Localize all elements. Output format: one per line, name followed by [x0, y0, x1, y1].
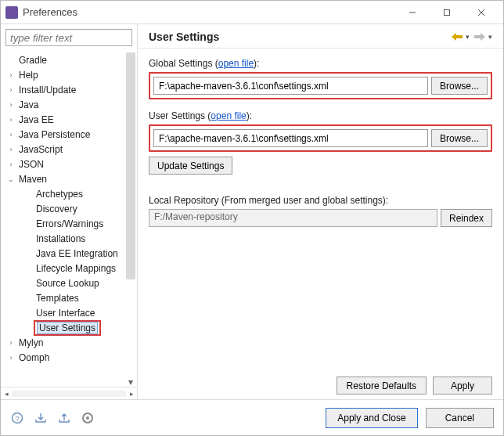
tree-item[interactable]: Installations	[5, 231, 124, 246]
user-browse-button[interactable]: Browse...	[431, 129, 488, 147]
tree-item[interactable]: Errors/Warnings	[5, 216, 124, 231]
close-button[interactable]	[464, 1, 499, 24]
tree-item[interactable]: Lifecycle Mappings	[5, 261, 124, 276]
svg-rect-1	[445, 9, 450, 15]
tree-item[interactable]: User Settings	[5, 320, 124, 335]
tree-item[interactable]: ›JavaScript	[5, 142, 124, 157]
user-settings-input[interactable]	[153, 129, 428, 147]
user-label-suffix: ):	[247, 110, 252, 121]
body: Gradle›Help›Install/Update›Java›Java EE›…	[1, 24, 503, 399]
chevron-down-icon[interactable]: ⌄	[5, 175, 16, 183]
sidebar: Gradle›Help›Install/Update›Java›Java EE›…	[1, 24, 138, 399]
tree-item[interactable]: ⌄Maven	[5, 171, 124, 186]
content: Global Settings (open file): Browse... U…	[138, 49, 503, 399]
global-browse-button[interactable]: Browse...	[431, 77, 488, 95]
global-settings-label: Global Settings (open file):	[149, 58, 492, 69]
tree-item-label: Oomph	[16, 351, 52, 364]
chevron-right-icon[interactable]: ›	[5, 354, 16, 362]
tree-item[interactable]: Discovery	[5, 201, 124, 216]
apply-button[interactable]: Apply	[433, 377, 492, 395]
chevron-right-icon[interactable]: ›	[5, 86, 16, 94]
global-settings-block: Global Settings (open file): Browse...	[149, 58, 492, 99]
tree-item-label: Lifecycle Mappings	[34, 262, 118, 275]
tree-item-label: Java EE	[16, 114, 56, 126]
app-icon	[5, 6, 18, 19]
tree-item[interactable]: ›Java EE	[5, 112, 124, 127]
tree-item-label: JSON	[16, 158, 46, 171]
tree-item[interactable]: User Interface	[5, 305, 124, 320]
tree-item[interactable]: ›Oomph	[5, 350, 124, 365]
tree-item-label: JavaScript	[16, 143, 65, 156]
update-settings-button[interactable]: Update Settings	[149, 157, 232, 175]
tree-item[interactable]: ›Help	[5, 67, 124, 82]
global-settings-input[interactable]	[153, 77, 428, 95]
main-header: User Settings ▾ ▾	[138, 24, 503, 49]
tree-item-label: Java EE Integration	[34, 247, 121, 260]
tree-wrap: Gradle›Help›Install/Update›Java›Java EE›…	[1, 51, 137, 387]
back-icon[interactable]	[452, 33, 463, 41]
tree-item-label: Mylyn	[16, 337, 45, 349]
restore-defaults-button[interactable]: Restore Defaults	[337, 377, 427, 395]
tree-item-label: Errors/Warnings	[34, 218, 106, 230]
chevron-right-icon[interactable]: ›	[5, 101, 16, 109]
chevron-right-icon[interactable]: ›	[5, 116, 16, 124]
tree-item[interactable]: Source Lookup	[5, 276, 124, 290]
forward-icon[interactable]	[474, 33, 485, 41]
user-open-file-link[interactable]: open file	[211, 110, 246, 121]
preference-tree[interactable]: Gradle›Help›Install/Update›Java›Java EE›…	[1, 51, 124, 387]
record-icon[interactable]	[81, 411, 95, 425]
apply-and-close-button[interactable]: Apply and Close	[326, 408, 417, 428]
scrollbar-thumb[interactable]	[126, 52, 135, 279]
tree-item[interactable]: Archetypes	[5, 186, 124, 201]
reindex-button[interactable]: Reindex	[441, 209, 492, 227]
chevron-right-icon[interactable]: ›	[5, 131, 16, 139]
tree-item-label: Maven	[16, 173, 49, 186]
filter-input[interactable]	[5, 29, 132, 46]
tree-item-label: Help	[16, 69, 41, 81]
chevron-right-icon[interactable]: ›	[5, 160, 16, 168]
hscroll-track[interactable]	[12, 391, 126, 397]
tree-item-label: Install/Update	[16, 84, 78, 96]
scrollbar-down-icon[interactable]: ▾	[126, 377, 135, 387]
cancel-button[interactable]: Cancel	[426, 408, 494, 428]
tree-item[interactable]: Gradle	[5, 52, 124, 67]
tree-item[interactable]: Templates	[5, 290, 124, 305]
horizontal-scrollbar[interactable]: ◂ ▸	[1, 387, 137, 399]
tree-item-label: Templates	[34, 292, 81, 304]
footer-icons: ?	[10, 411, 95, 425]
back-menu-icon[interactable]: ▾	[466, 33, 470, 41]
tree-item-label: Java	[16, 99, 41, 111]
local-repo-label: Local Repository (From merged user and g…	[149, 195, 492, 206]
maximize-button[interactable]	[430, 1, 464, 24]
tree-item-label: User Settings	[37, 322, 98, 334]
highlight-box: User Settings	[34, 320, 101, 336]
export-icon[interactable]	[57, 411, 71, 425]
local-repo-value: F:/Maven-repository	[149, 209, 437, 227]
forward-menu-icon[interactable]: ▾	[488, 33, 492, 41]
preferences-window: Preferences Gradle›Help›Install/Update›J…	[0, 0, 504, 436]
minimize-button[interactable]	[395, 1, 430, 24]
tree-item-label: Installations	[34, 232, 88, 245]
chevron-right-icon[interactable]: ›	[5, 71, 16, 79]
global-label-suffix: ):	[254, 58, 259, 69]
local-repo-block: Local Repository (From merged user and g…	[149, 195, 492, 227]
toolbar: ▾ ▾	[452, 33, 492, 41]
window-title: Preferences	[23, 6, 395, 18]
titlebar: Preferences	[1, 1, 503, 24]
svg-text:?: ?	[15, 414, 19, 422]
tree-item[interactable]: ›JSON	[5, 157, 124, 171]
hscroll-left-icon[interactable]: ◂	[1, 390, 12, 398]
tree-item[interactable]: ›Java Persistence	[5, 127, 124, 142]
chevron-right-icon[interactable]: ›	[5, 339, 16, 347]
import-icon[interactable]	[34, 411, 48, 425]
tree-item[interactable]: ›Java	[5, 97, 124, 112]
tree-item-label: User Interface	[34, 307, 97, 319]
tree-item[interactable]: ›Install/Update	[5, 82, 124, 97]
help-icon[interactable]: ?	[10, 411, 24, 425]
chevron-right-icon[interactable]: ›	[5, 146, 16, 153]
tree-item[interactable]: ›Mylyn	[5, 335, 124, 350]
hscroll-right-icon[interactable]: ▸	[126, 390, 137, 398]
global-open-file-link[interactable]: open file	[218, 58, 254, 69]
main-panel: User Settings ▾ ▾ Global Settings (open …	[138, 24, 503, 399]
tree-item[interactable]: Java EE Integration	[5, 246, 124, 261]
